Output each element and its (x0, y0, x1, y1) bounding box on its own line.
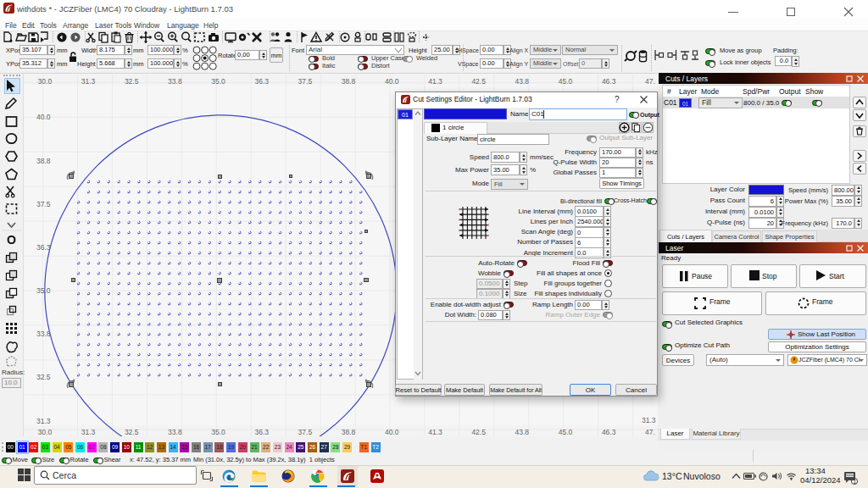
svg-text:O: O (7, 233, 16, 247)
svg-text:1: 1 (854, 479, 857, 485)
